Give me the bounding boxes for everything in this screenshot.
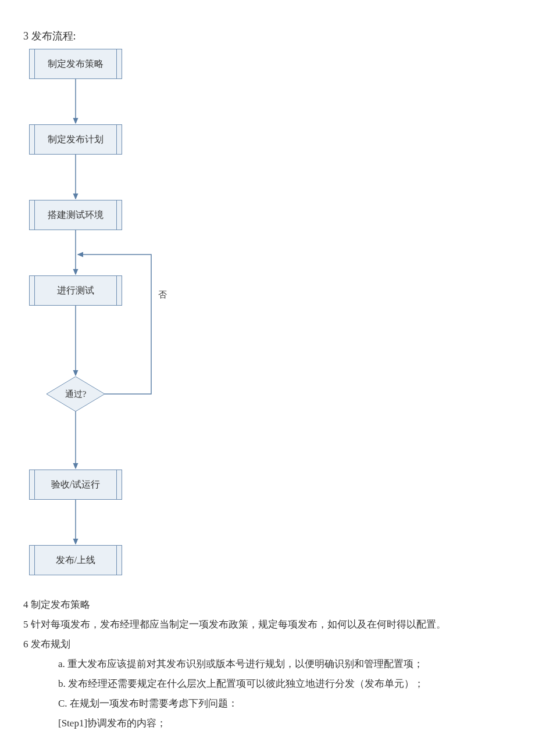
body-text: 4 制定发布策略 5 针对每项发布，发布经理都应当制定一项发布政策，规定每项发布… — [23, 595, 512, 733]
p6-step1: [Step1]协调发布的内容； — [23, 714, 512, 733]
flow-connectors — [23, 45, 198, 592]
flow-no-label: 否 — [158, 289, 167, 300]
flowchart: 制定发布策略 制定发布计划 搭建测试环境 进行测试 通过? 验收/试运行 发布/ — [23, 45, 198, 592]
section-heading-flow: 3 发布流程: — [23, 29, 512, 43]
p6: 6 发布规划 — [23, 635, 512, 654]
p5: 5 针对每项发布，发布经理都应当制定一项发布政策，规定每项发布，如何以及在何时得… — [23, 615, 512, 635]
p4: 4 制定发布策略 — [23, 595, 512, 615]
p6b: b. 发布经理还需要规定在什么层次上配置项可以彼此独立地进行分发（发布单元）； — [23, 674, 512, 694]
p6a: a. 重大发布应该提前对其发布识别或版本号进行规划，以便明确识别和管理配置项； — [23, 654, 512, 674]
p6c: C. 在规划一项发布时需要考虑下列问题： — [23, 694, 512, 714]
